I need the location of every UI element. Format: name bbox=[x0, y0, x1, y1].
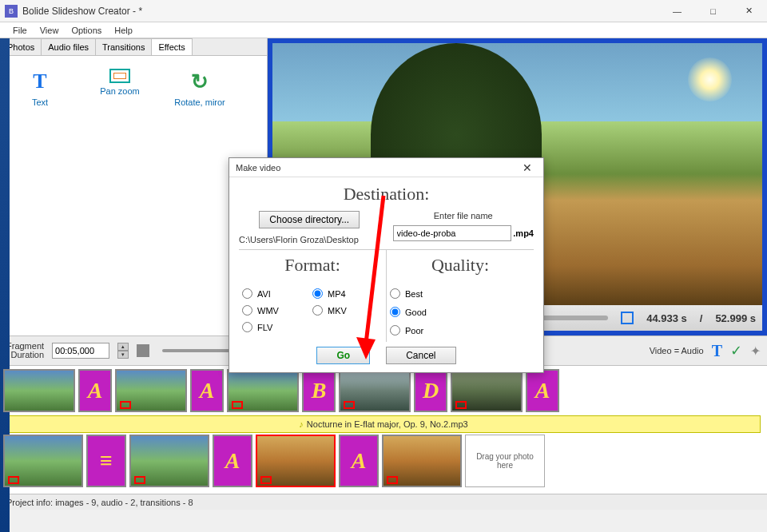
clip-transition-4[interactable]: D bbox=[414, 369, 447, 412]
clip-transition-2[interactable]: A bbox=[190, 369, 224, 412]
clip-photo-7[interactable] bbox=[129, 435, 209, 487]
zoom-slider[interactable] bbox=[162, 349, 234, 352]
cancel-button[interactable]: Cancel bbox=[386, 347, 455, 364]
clip-photo-3[interactable] bbox=[227, 369, 299, 412]
left-panel: Photos Audio files Transitions Effects T… bbox=[0, 38, 268, 335]
dialog-title: Make video bbox=[236, 163, 280, 173]
video-audio-label: Video = Audio bbox=[650, 346, 704, 355]
text-icon: T bbox=[8, 69, 72, 94]
project-info: Project info: images - 9, audio - 2, tra… bbox=[6, 498, 193, 507]
fullscreen-button[interactable] bbox=[621, 312, 634, 324]
duration-up-button[interactable]: ▴ bbox=[117, 343, 129, 351]
quality-best[interactable]: Best bbox=[390, 288, 531, 299]
maximize-button[interactable]: □ bbox=[695, 0, 731, 22]
timeline: A A B D A ♪ Nocturne in E-flat major, Op… bbox=[0, 366, 767, 494]
clip-photo-4[interactable] bbox=[339, 369, 411, 412]
tab-effects[interactable]: Effects bbox=[151, 38, 192, 55]
text-tool-icon[interactable]: T bbox=[712, 342, 722, 360]
format-heading: Format: bbox=[239, 255, 386, 276]
menu-bar: File View Options Help bbox=[0, 22, 767, 38]
clip-photo-9[interactable] bbox=[382, 435, 462, 487]
effects-icon[interactable]: ✦ bbox=[750, 343, 761, 359]
drop-placeholder[interactable]: Drag your photo here bbox=[465, 435, 545, 487]
filename-input[interactable] bbox=[393, 225, 512, 241]
app-icon: B bbox=[5, 5, 18, 18]
tab-audio-files[interactable]: Audio files bbox=[41, 38, 96, 55]
go-button[interactable]: Go bbox=[316, 347, 370, 364]
clip-transition-8[interactable]: A bbox=[339, 435, 379, 487]
menu-view[interactable]: View bbox=[34, 26, 66, 35]
duration-label: Duration bbox=[6, 351, 44, 359]
clip-photo-2[interactable] bbox=[115, 369, 187, 412]
format-flv[interactable]: FLV bbox=[242, 322, 312, 332]
menu-help[interactable]: Help bbox=[108, 26, 139, 35]
clip-photo-5[interactable] bbox=[451, 369, 523, 412]
audio-track[interactable]: ♪ Nocturne in E-flat major, Op. 9, No.2.… bbox=[6, 415, 761, 433]
status-bar: Project info: images - 9, audio - 2, tra… bbox=[0, 494, 767, 510]
minimize-button[interactable]: — bbox=[659, 0, 695, 22]
apply-icon[interactable]: ✓ bbox=[730, 342, 742, 359]
format-mp4[interactable]: MP4 bbox=[312, 288, 383, 299]
choose-directory-button[interactable]: Choose directory... bbox=[259, 211, 360, 228]
clip-photo-6[interactable] bbox=[3, 435, 83, 487]
audio-filename: Nocturne in E-flat major, Op. 9, No.2.mp… bbox=[307, 419, 468, 429]
title-bar: B Bolide Slideshow Creator - * — □ ✕ bbox=[0, 0, 767, 22]
format-wmv[interactable]: WMV bbox=[242, 305, 312, 316]
quality-good[interactable]: Good bbox=[390, 307, 531, 317]
clip-transition-5[interactable]: A bbox=[526, 369, 559, 412]
effect-pan-zoom[interactable]: Pan zoom bbox=[88, 69, 152, 96]
menu-file[interactable]: File bbox=[6, 26, 34, 35]
format-mkv[interactable]: MKV bbox=[312, 305, 383, 316]
clip-photo-1[interactable] bbox=[3, 369, 75, 412]
effect-rotate-mirror[interactable]: ↻ Rotate, miror bbox=[168, 69, 232, 107]
total-time: 52.999 s bbox=[715, 312, 756, 324]
preview-thumb-button[interactable] bbox=[137, 344, 149, 357]
time-separator: / bbox=[700, 312, 703, 324]
dialog-close-button[interactable]: ✕ bbox=[518, 161, 537, 174]
quality-heading: Quality: bbox=[387, 255, 534, 276]
filename-label: Enter file name bbox=[393, 211, 535, 220]
tab-transitions[interactable]: Transitions bbox=[95, 38, 152, 55]
clip-transition-1[interactable]: A bbox=[78, 369, 112, 412]
format-avi[interactable]: AVI bbox=[242, 288, 312, 299]
rotate-icon: ↻ bbox=[168, 69, 232, 94]
make-video-dialog: Make video ✕ Destination: Choose directo… bbox=[229, 157, 544, 373]
close-button[interactable]: ✕ bbox=[731, 0, 767, 22]
clip-photo-8-selected[interactable] bbox=[256, 435, 336, 487]
window-title: Bolide Slideshow Creator - * bbox=[22, 6, 142, 17]
music-note-icon: ♪ bbox=[299, 419, 304, 429]
destination-heading: Destination: bbox=[239, 184, 534, 204]
current-time: 44.933 s bbox=[646, 312, 687, 324]
menu-options[interactable]: Options bbox=[65, 26, 108, 35]
effect-text[interactable]: T Text bbox=[8, 69, 72, 107]
extension-label: .mp4 bbox=[513, 228, 534, 238]
quality-poor[interactable]: Poor bbox=[390, 325, 531, 335]
duration-down-button[interactable]: ▾ bbox=[117, 351, 129, 359]
clip-transition-3[interactable]: B bbox=[302, 369, 336, 412]
duration-input[interactable] bbox=[52, 343, 109, 359]
clip-transition-6[interactable]: ≡ bbox=[86, 435, 126, 487]
pan-zoom-icon bbox=[109, 69, 130, 83]
directory-path: C:\Users\Florin Groza\Desktop bbox=[239, 235, 380, 244]
clip-transition-7[interactable]: A bbox=[213, 435, 252, 487]
